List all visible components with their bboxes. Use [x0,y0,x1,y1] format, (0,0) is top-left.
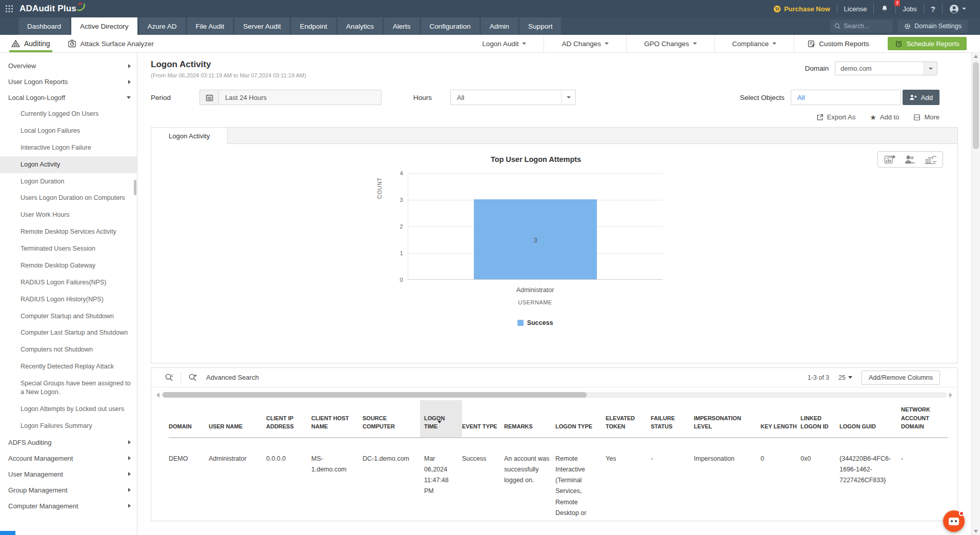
sidebar-item-computer-management[interactable]: Computer Management [0,498,137,514]
add-chart-icon[interactable] [884,154,895,164]
tab-auditing[interactable]: Auditing [11,35,50,52]
scroll-right-arrow[interactable] [949,393,952,398]
sidebar-item-logon-attempts-locked-out[interactable]: Logon Attempts by Locked out users [0,401,137,418]
column-search-button[interactable] [159,373,178,382]
sidebar-item-local-logon-failures[interactable]: Local Logon Failures [0,122,137,139]
schedule-reports-button[interactable]: Schedule Reports [888,37,967,50]
tab-attack-surface-analyzer[interactable]: Attack Surface Analyzer [68,35,154,52]
sidebar-item-logon-activity[interactable]: Logon Activity [0,156,137,173]
menu-ad-changes[interactable]: AD Changes [544,35,626,52]
user-menu[interactable] [942,4,973,14]
sidebar-item-terminated-users-session[interactable]: Terminated Users Session [0,240,137,257]
col-key-length[interactable]: KEY LENGTH [761,400,801,438]
sidebar-item-interactive-logon-failure[interactable]: Interactive Logon Failure [0,139,137,156]
sidebar-item-users-logon-duration-on-computers[interactable]: Users Logon Duration on Computers [0,190,137,207]
menu-logon-audit[interactable]: Logon Audit [465,35,544,52]
hours-select[interactable]: All [450,90,576,105]
sidebar-item-user-logon-reports[interactable]: User Logon Reports [0,74,137,90]
col-impersonation-level[interactable]: IMPERSONATION LEVEL [694,400,761,438]
col-logon-type[interactable]: LOGON TYPE [555,400,606,438]
nav-tab-active-directory[interactable]: Active Directory [71,17,137,35]
col-remarks[interactable]: REMARKS [504,400,555,438]
col-source-computer[interactable]: SOURCE COMPUTER [363,400,420,438]
nav-tab-alerts[interactable]: Alerts [384,17,419,35]
chart-refresh-icon[interactable] [924,154,936,164]
sidebar-item-computers-not-shutdown[interactable]: Computers not Shutdown [0,341,137,358]
col-linked-logon-id[interactable]: LINKED LOGON ID [801,400,839,438]
sidebar-item-account-management[interactable]: Account Management [0,450,137,466]
purchase-now-button[interactable]: Purchase Now [767,4,837,14]
export-as-button[interactable]: Export As [816,113,856,121]
sidebar-item-remote-desktop-gateway[interactable]: Remote Desktop Gateway [0,257,137,274]
nav-tab-analytics[interactable]: Analytics [337,17,383,35]
col-elevated-token[interactable]: ELEVATED TOKEN [606,400,651,438]
add-to-button[interactable]: ★ Add to [870,113,899,121]
nav-tab-support[interactable]: Support [519,17,561,35]
advanced-search-label[interactable]: Advanced Search [206,374,259,381]
nav-tab-configuration[interactable]: Configuration [421,17,479,35]
col-logon-time[interactable]: LOGON TIME [420,400,462,438]
sidebar-item-radius-logon-history[interactable]: RADIUS Logon History(NPS) [0,291,137,308]
tab-logon-activity[interactable]: Logon Activity [151,128,228,144]
domain-select[interactable]: demo.com [835,61,937,75]
nav-tab-azure-ad[interactable]: Azure AD [139,17,186,35]
sidebar-item-user-work-hours[interactable]: User Work Hours [0,207,137,223]
global-search[interactable] [830,20,893,33]
nav-tab-server-audit[interactable]: Server Audit [234,17,290,35]
vscroll-thumb[interactable] [973,62,979,149]
sidebar-scrollbar-thumb[interactable] [134,180,136,195]
nav-tab-dashboard[interactable]: Dashboard [18,17,70,35]
app-grid-icon[interactable] [5,5,13,13]
page-scrollbar[interactable] [971,53,980,535]
scroll-down-arrow[interactable] [974,530,978,533]
col-client-ip[interactable]: CLIENT IP ADDRESS [266,400,311,438]
period-input[interactable] [218,90,382,105]
select-objects-input[interactable]: All [791,90,901,105]
more-button[interactable]: More [913,113,939,121]
scroll-left-arrow[interactable] [156,393,159,398]
menu-compliance[interactable]: Compliance [714,35,794,52]
sidebar-item-logon-duration[interactable]: Logon Duration [0,173,137,190]
advanced-search-button[interactable] [183,373,202,382]
bar-administrator-success[interactable]: 3 [474,199,597,279]
calendar-button[interactable] [199,90,218,105]
page-size-select[interactable]: 25 [838,374,852,381]
nav-tab-file-audit[interactable]: File Audit [187,17,233,35]
add-objects-button[interactable]: Add [903,90,939,105]
sidebar-item-radius-logon-failures[interactable]: RADIUS Logon Failures(NPS) [0,274,137,291]
menu-gpo-changes[interactable]: GPO Changes [626,35,714,52]
sidebar-item-currently-logged-on-users[interactable]: Currently Logged On Users [0,106,137,122]
hscroll-thumb[interactable] [163,392,587,398]
col-logon-guid[interactable]: LOGON GUID [839,400,901,438]
col-event-type[interactable]: EVENT TYPE [462,400,504,438]
help-button[interactable]: ? [924,4,942,14]
sidebar-item-user-management[interactable]: User Management [0,466,137,482]
license-link[interactable]: License [837,4,874,14]
app-logo[interactable]: ADAudit Plus [19,4,86,14]
notifications-button[interactable]: 7 [873,4,895,14]
scroll-up-arrow[interactable] [974,55,978,58]
chart-legend[interactable]: Success [408,319,663,326]
sidebar-item-special-groups-new-logon[interactable]: Special Groups have been assigned to a N… [0,375,137,401]
col-user-name[interactable]: USER NAME [209,400,266,438]
col-client-host[interactable]: CLIENT HOST NAME [311,400,363,438]
sidebar-item-computer-last-startup-shutdown[interactable]: Computer Last Startup and Shutdown [0,324,137,341]
sidebar-item-recently-detected-replay-attack[interactable]: Recently Detected Replay Attack [0,358,137,375]
table-row[interactable]: DEMO Administrator 0.0.0.0 MS-1.demo.com… [169,438,948,519]
col-network-account-domain[interactable]: NETWORK ACCOUNT DOMAIN [901,400,948,438]
custom-reports-button[interactable]: Custom Reports [794,35,883,52]
sidebar-item-overview[interactable]: Overview [0,58,137,74]
nav-tab-admin[interactable]: Admin [481,17,518,35]
sidebar-item-computer-startup-shutdown[interactable]: Computer Startup and Shutdown [0,308,137,325]
sidebar-item-group-management[interactable]: Group Management [0,482,137,498]
add-remove-columns-button[interactable]: Add/Remove Columns [862,371,940,385]
search-input[interactable] [844,23,888,30]
sidebar-item-local-logon-logoff[interactable]: Local Logon-Logoff [0,90,137,106]
sidebar-item-logon-failures-summary[interactable]: Logon Failures Summary [0,418,137,435]
col-domain[interactable]: DOMAIN [169,400,209,438]
top-users-icon[interactable] [904,154,916,164]
sidebar-item-adfs-auditing[interactable]: ADFS Auditing [0,435,137,450]
nav-tab-endpoint[interactable]: Endpoint [291,17,336,35]
col-failure-status[interactable]: FAILURE STATUS [651,400,694,438]
domain-settings-button[interactable]: Domain Settings [898,20,968,33]
